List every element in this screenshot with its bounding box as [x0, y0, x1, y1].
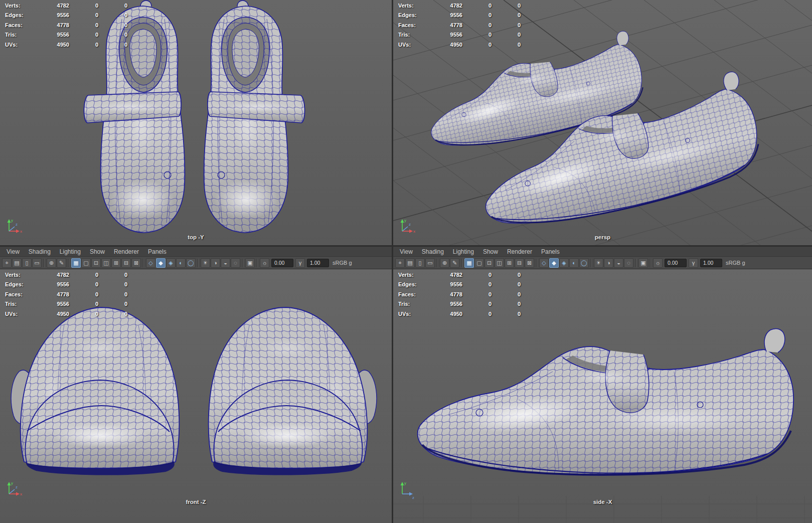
- menu-renderer[interactable]: Renderer: [503, 247, 537, 256]
- smooth-shade-icon[interactable]: ◆: [549, 258, 559, 268]
- panel-toolbar: ⌖▤▯▭⊕✎▦▢⊡◫⊞⊟⊠◇◆◈◐◯☀◑◒◌▣☼0.00γ1.00sRGB g: [393, 257, 812, 269]
- field-chart-icon[interactable]: ⊞: [505, 258, 514, 268]
- menu-shading[interactable]: Shading: [24, 247, 55, 256]
- menu-view[interactable]: View: [395, 247, 417, 256]
- shadows-icon[interactable]: ◑: [604, 258, 613, 268]
- screen-space-ao-icon[interactable]: ◒: [614, 258, 623, 268]
- toolbar-separator: [257, 259, 258, 267]
- shadows-icon[interactable]: ◑: [211, 258, 220, 268]
- shoe-mesh-side[interactable]: [418, 328, 793, 475]
- menu-lighting[interactable]: Lighting: [448, 247, 478, 256]
- shoe-mesh-left[interactable]: [84, 1, 185, 233]
- panel-menubar: ViewShadingLightingShowRendererPanels: [0, 247, 392, 257]
- two-d-pan-zoom-icon[interactable]: ⊕: [47, 258, 56, 268]
- toolbar-separator: [68, 259, 69, 267]
- panel-menubar: ViewShadingLightingShowRendererPanels: [393, 247, 812, 257]
- menu-show[interactable]: Show: [85, 247, 109, 256]
- screen-space-ao-icon[interactable]: ◒: [221, 258, 230, 268]
- viewport-top[interactable]: Verts:478200Edges:955600Faces:477800Tris…: [0, 0, 392, 245]
- smooth-shade-icon[interactable]: ◆: [156, 258, 166, 268]
- persp-view-canvas[interactable]: [393, 0, 812, 245]
- exposure-field[interactable]: 0.00: [665, 259, 687, 267]
- toolbar-separator: [536, 259, 537, 267]
- safe-action-icon[interactable]: ⊟: [121, 258, 131, 268]
- camera-bookmarks-icon[interactable]: ▯: [22, 258, 32, 268]
- camera-bookmarks-icon[interactable]: ▯: [415, 258, 425, 268]
- wireframe-on-shaded-icon[interactable]: ◈: [166, 258, 176, 268]
- top-view-canvas[interactable]: [0, 0, 392, 245]
- maya-four-view-layout: Verts:478200Edges:955600Faces:477800Tris…: [0, 0, 812, 523]
- gamma-icon[interactable]: γ: [295, 258, 305, 268]
- side-view-canvas[interactable]: [393, 269, 812, 523]
- toolbar-separator: [635, 259, 636, 267]
- film-gate-icon[interactable]: ▢: [474, 258, 484, 268]
- film-gate-icon[interactable]: ▢: [81, 258, 91, 268]
- panel-front: ViewShadingLightingShowRendererPanels ⌖▤…: [0, 247, 392, 523]
- wireframe-on-shaded-icon[interactable]: ◈: [559, 258, 569, 268]
- shoe-mesh-left[interactable]: [11, 307, 179, 475]
- colorspace-label[interactable]: sRGB g: [333, 260, 352, 266]
- all-lights-icon[interactable]: ☀: [594, 258, 603, 268]
- two-d-pan-zoom-icon[interactable]: ⊕: [440, 258, 449, 268]
- all-lights-icon[interactable]: ☀: [201, 258, 210, 268]
- grid-icon[interactable]: ▦: [71, 258, 81, 268]
- gate-mask-icon[interactable]: ◫: [101, 258, 111, 268]
- select-camera-icon[interactable]: ⌖: [2, 258, 12, 268]
- use-default-material-icon[interactable]: ◯: [186, 258, 196, 268]
- menu-shading[interactable]: Shading: [417, 247, 448, 256]
- menu-renderer[interactable]: Renderer: [109, 247, 143, 256]
- menu-panels[interactable]: Panels: [143, 247, 171, 256]
- safe-title-icon[interactable]: ⊠: [131, 258, 141, 268]
- wireframe-icon[interactable]: ◇: [146, 258, 155, 268]
- wireframe-icon[interactable]: ◇: [539, 258, 549, 268]
- front-view-canvas[interactable]: [0, 269, 392, 523]
- panel-toolbar: ⌖▤▯▭⊕✎▦▢⊡◫⊞⊟⊠◇◆◈◐◯☀◑◒◌▣☼0.00γ1.00sRGB g: [0, 257, 392, 269]
- toolbar-separator: [650, 259, 651, 267]
- gamma-field[interactable]: 1.00: [700, 259, 722, 267]
- toolbar-separator: [437, 259, 438, 267]
- shoe-mesh-right[interactable]: [209, 307, 377, 475]
- ground-grid: [393, 496, 812, 523]
- grid-icon[interactable]: ▦: [464, 258, 474, 268]
- select-camera-icon[interactable]: ⌖: [395, 258, 405, 268]
- isolate-select-icon[interactable]: ▣: [638, 258, 648, 268]
- colorspace-label[interactable]: sRGB g: [726, 260, 745, 266]
- resolution-gate-icon[interactable]: ⊡: [484, 258, 494, 268]
- grease-pencil-icon[interactable]: ✎: [57, 258, 66, 268]
- menu-view[interactable]: View: [2, 247, 24, 256]
- exposure-field[interactable]: 0.00: [271, 259, 293, 267]
- viewport-front[interactable]: Verts:478200Edges:955600Faces:477800Tris…: [0, 269, 392, 523]
- textured-icon[interactable]: ◐: [176, 258, 186, 268]
- grease-pencil-icon[interactable]: ✎: [450, 258, 459, 268]
- exposure-icon[interactable]: ☼: [260, 258, 269, 268]
- menu-show[interactable]: Show: [478, 247, 503, 256]
- use-default-material-icon[interactable]: ◯: [579, 258, 589, 268]
- toolbar-separator: [198, 259, 199, 267]
- image-plane-icon[interactable]: ▭: [32, 258, 42, 268]
- safe-title-icon[interactable]: ⊠: [525, 258, 534, 268]
- isolate-select-icon[interactable]: ▣: [245, 258, 255, 268]
- shoe-mesh-right[interactable]: [204, 1, 305, 233]
- exposure-icon[interactable]: ☼: [653, 258, 663, 268]
- gate-mask-icon[interactable]: ◫: [495, 258, 504, 268]
- safe-action-icon[interactable]: ⊟: [515, 258, 524, 268]
- field-chart-icon[interactable]: ⊞: [111, 258, 121, 268]
- motion-blur-icon[interactable]: ◌: [231, 258, 240, 268]
- resolution-gate-icon[interactable]: ⊡: [91, 258, 101, 268]
- camera-attributes-icon[interactable]: ▤: [405, 258, 415, 268]
- menu-lighting[interactable]: Lighting: [55, 247, 85, 256]
- toolbar-separator: [143, 259, 144, 267]
- image-plane-icon[interactable]: ▭: [425, 258, 435, 268]
- motion-blur-icon[interactable]: ◌: [624, 258, 633, 268]
- toolbar-separator: [591, 259, 592, 267]
- toolbar-separator: [461, 259, 462, 267]
- toolbar-separator: [44, 259, 45, 267]
- textured-icon[interactable]: ◐: [569, 258, 579, 268]
- gamma-field[interactable]: 1.00: [307, 259, 329, 267]
- toolbar-separator: [242, 259, 243, 267]
- viewport-persp[interactable]: Verts:478200Edges:955600Faces:477800Tris…: [393, 0, 812, 245]
- viewport-side[interactable]: Verts:478200Edges:955600Faces:477800Tris…: [393, 269, 812, 523]
- camera-attributes-icon[interactable]: ▤: [12, 258, 22, 268]
- gamma-icon[interactable]: γ: [689, 258, 698, 268]
- menu-panels[interactable]: Panels: [537, 247, 564, 256]
